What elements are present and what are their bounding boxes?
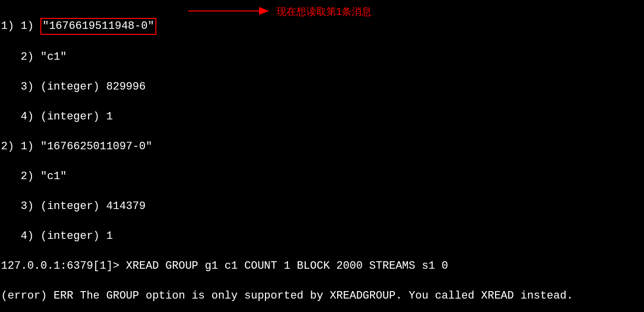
- annotation-text: 现在想读取第1条消息: [276, 4, 372, 19]
- output-line: 2) 1) "1676625011097-0": [1, 139, 643, 154]
- command-line: 127.0.0.1:6379[1]> XREAD GROUP g1 c1 COU…: [1, 259, 643, 274]
- output-line: 4) (integer) 1: [1, 229, 643, 244]
- output-line: 2) "c1": [1, 169, 643, 184]
- output-line: 4) (integer) 1: [1, 109, 643, 124]
- output-line: 3) (integer) 829996: [1, 80, 643, 95]
- output-line: 1) 1) "1676619511948-0": [1, 18, 643, 35]
- output-line: 3) (integer) 414379: [1, 199, 643, 214]
- text: 1) 1): [1, 20, 40, 32]
- error-line: (error) ERR The GROUP option is only sup…: [1, 289, 643, 304]
- highlighted-id: "1676619511948-0": [40, 18, 156, 35]
- output-line: 2) "c1": [1, 50, 643, 65]
- terminal-output[interactable]: 1) 1) "1676619511948-0" 2) "c1" 3) (inte…: [1, 3, 643, 312]
